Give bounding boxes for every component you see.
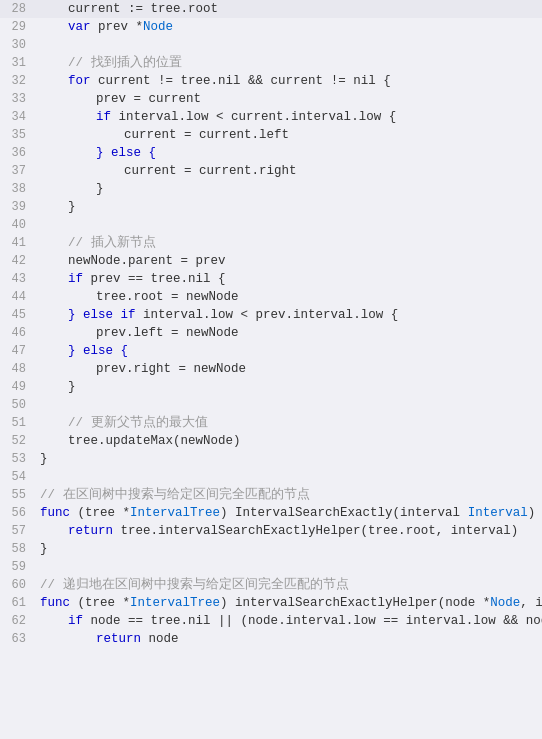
token-id: nil (188, 614, 218, 628)
token-fn: intervalSearchExactlyHelper (158, 524, 361, 538)
token-id: (interval (393, 506, 468, 520)
token-id: ) (220, 506, 235, 520)
line-number: 40 (0, 216, 36, 234)
token-id: interval (398, 614, 466, 628)
token-cm: // 在区间树中搜索与给定区间完全匹配的节点 (40, 488, 310, 502)
token-kw: return (68, 524, 113, 538)
line-number: 33 (0, 90, 36, 108)
token-kw: if (68, 272, 83, 286)
line-content: return node (36, 630, 542, 648)
code-line: 50 (0, 396, 542, 414)
token-fn: intervalSearchExactlyHelper (235, 596, 438, 610)
line-content: // 在区间树中搜索与给定区间完全匹配的节点 (36, 486, 542, 504)
token-op: = (134, 92, 142, 106)
token-id: prev (96, 362, 126, 376)
code-line: 34if interval.low < current.interval.low… (0, 108, 542, 126)
token-id: newNode (179, 326, 239, 340)
line-content: // 更新父节点的最大值 (36, 414, 542, 432)
token-op: * (136, 20, 144, 34)
line-content: current := tree.root (36, 0, 542, 18)
line-number: 32 (0, 72, 36, 90)
token-kw: for (68, 74, 91, 88)
line-number: 41 (0, 234, 36, 252)
token-id: root, interval) (406, 524, 519, 538)
token-id: interval (111, 110, 179, 124)
token-punct: } (68, 380, 76, 394)
line-content: } (36, 540, 542, 558)
token-id: newNode (179, 290, 239, 304)
line-content: prev = current (36, 90, 542, 108)
code-line: 33prev = current (0, 90, 542, 108)
token-id: current (224, 110, 284, 124)
token-id: current (91, 74, 159, 88)
token-cm: // 插入新节点 (68, 236, 156, 250)
line-content: current = current.right (36, 162, 542, 180)
token-cm: // 递归地在区间树中搜索与给定区间完全匹配的节点 (40, 578, 349, 592)
line-content: } (36, 180, 542, 198)
token-id: , int (520, 596, 542, 610)
token-op: == (128, 272, 143, 286)
code-line: 61func (tree *IntervalTree) intervalSear… (0, 594, 542, 612)
code-line: 63return node (0, 630, 542, 648)
line-content: func (tree *IntervalTree) IntervalSearch… (36, 504, 542, 522)
code-line: 58} (0, 540, 542, 558)
token-fn: updateMax (106, 434, 174, 448)
code-line: 38} (0, 180, 542, 198)
token-id: low { (361, 308, 399, 322)
token-op: = (184, 164, 192, 178)
line-number: 61 (0, 594, 36, 612)
token-type: Interval (468, 506, 528, 520)
token-id: right (134, 362, 179, 376)
line-number: 28 (0, 0, 36, 18)
line-number: 47 (0, 342, 36, 360)
token-id: prev (83, 272, 128, 286)
line-number: 44 (0, 288, 36, 306)
token-id: node (141, 632, 179, 646)
token-op: := (121, 2, 151, 16)
token-id: tree (173, 74, 211, 88)
token-id: node (83, 614, 128, 628)
line-number: 36 (0, 144, 36, 162)
line-number: 49 (0, 378, 36, 396)
token-op: . (121, 254, 129, 268)
token-kw: return (96, 632, 141, 646)
line-number: 30 (0, 36, 36, 54)
token-type: Node (143, 20, 173, 34)
token-id: prev (188, 254, 226, 268)
token-kw: if (96, 110, 111, 124)
line-number: 59 (0, 558, 36, 576)
token-cm: // 更新父节点的最大值 (68, 416, 208, 430)
token-op: || (218, 614, 233, 628)
code-line: 30 (0, 36, 542, 54)
code-line: 52tree.updateMax(newNode) (0, 432, 542, 450)
token-op: . (351, 110, 359, 124)
line-content: } else if interval.low < prev.interval.l… (36, 306, 542, 324)
code-line: 45} else if interval.low < prev.interval… (0, 306, 542, 324)
code-line: 46prev.left = newNode (0, 324, 542, 342)
token-id: interval (291, 110, 351, 124)
token-kw: var (68, 20, 91, 34)
line-content: if prev == tree.nil { (36, 270, 542, 288)
line-content: if node == tree.nil || (node.interval.lo… (36, 612, 542, 630)
code-editor: 28current := tree.root29var prev *Node30… (0, 0, 542, 739)
line-content: } else { (36, 342, 542, 360)
code-line: 56func (tree *IntervalTree) IntervalSear… (0, 504, 542, 522)
line-content: for current != tree.nil && current != ni… (36, 72, 542, 90)
token-id: (node (438, 596, 483, 610)
token-type: IntervalTree (130, 506, 220, 520)
line-number: 63 (0, 630, 36, 648)
code-line: 43if prev == tree.nil { (0, 270, 542, 288)
code-line: 41// 插入新节点 (0, 234, 542, 252)
token-id: prev (91, 20, 136, 34)
token-op: = (179, 362, 187, 376)
token-id: right (259, 164, 297, 178)
code-line: 51// 更新父节点的最大值 (0, 414, 542, 432)
token-op: == (128, 614, 143, 628)
token-id: current (124, 164, 184, 178)
token-id: (newNode) (173, 434, 241, 448)
token-id: current (68, 2, 121, 16)
token-op: . (126, 326, 134, 340)
token-id: prev (248, 308, 286, 322)
token-id: root (188, 2, 218, 16)
token-op: . (126, 290, 134, 304)
